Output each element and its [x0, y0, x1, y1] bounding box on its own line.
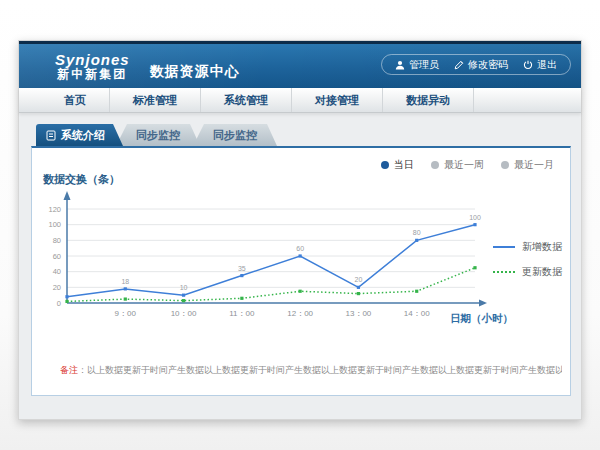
change-password-button[interactable]: 修改密码	[454, 58, 508, 72]
radio-dot-icon	[431, 161, 439, 169]
nav-item-5[interactable]: 数据异动	[383, 88, 474, 112]
logout-button[interactable]: 退出	[523, 58, 557, 72]
legend-item-1[interactable]: 新增数据	[493, 240, 562, 254]
svg-text:13：00: 13：00	[346, 309, 372, 318]
footnote: 备注：以上数据更新于时间产生数据以上数据更新于时间产生数据以上数据更新于时间产生…	[60, 364, 562, 377]
tab-label: 同步监控	[136, 129, 180, 141]
line-chart: 0204060801001209：0010：0011：0012：0013：001…	[32, 186, 572, 334]
edit-icon	[454, 60, 464, 70]
main-nav: 首页标准管理系统管理对接管理数据异动	[19, 88, 581, 113]
svg-text:40: 40	[53, 267, 61, 276]
user-toolbar: 管理员 修改密码 退出	[381, 54, 571, 75]
page-title: 数据资源中心	[150, 63, 240, 81]
nav-item-1[interactable]: 首页	[41, 88, 110, 112]
radio-dot-icon	[501, 161, 509, 169]
tab-3[interactable]: 同步监控	[193, 124, 277, 146]
period-radio-3[interactable]: 最近一月	[501, 158, 554, 172]
change-password-label: 修改密码	[468, 58, 508, 72]
legend-label: 新增数据	[522, 240, 562, 254]
tab-bar: 系统介绍同步监控同步监控	[36, 124, 277, 146]
content-panel: 当日最近一周最近一月 数据交换（条） 0204060801001209：0010…	[31, 146, 571, 396]
svg-text:35: 35	[238, 265, 246, 272]
brand-logo-text: Synjones	[55, 52, 130, 68]
user-icon	[395, 60, 405, 70]
current-user-label: 管理员	[409, 58, 439, 72]
svg-text:100: 100	[48, 220, 61, 229]
power-icon	[523, 60, 533, 70]
app-window: Synjones 新中新集团 数据资源中心 管理员 修改密码 退出	[18, 40, 582, 420]
svg-text:0: 0	[57, 299, 61, 308]
nav-item-2[interactable]: 标准管理	[110, 88, 201, 112]
svg-text:20: 20	[53, 283, 61, 292]
svg-text:12：00: 12：00	[287, 309, 313, 318]
app-header: Synjones 新中新集团 数据资源中心 管理员 修改密码 退出	[19, 41, 581, 88]
brand-logo: Synjones 新中新集团	[55, 52, 130, 80]
period-radio-2[interactable]: 最近一周	[431, 158, 484, 172]
svg-text:10: 10	[180, 284, 188, 291]
period-filter-group: 当日最近一周最近一月	[381, 158, 554, 172]
nav-item-3[interactable]: 系统管理	[201, 88, 292, 112]
svg-text:日期（小时）: 日期（小时）	[450, 312, 513, 325]
brand-company-name: 新中新集团	[55, 68, 130, 81]
svg-text:80: 80	[53, 236, 61, 245]
tab-label: 同步监控	[213, 129, 257, 141]
tab-1[interactable]: 系统介绍	[36, 124, 123, 146]
period-radio-label: 最近一周	[444, 158, 484, 172]
tab-2[interactable]: 同步监控	[116, 124, 200, 146]
radio-dot-icon	[381, 161, 389, 169]
document-icon	[46, 130, 56, 141]
period-radio-1[interactable]: 当日	[381, 158, 414, 172]
svg-text:10：00: 10：00	[171, 309, 197, 318]
legend-item-2[interactable]: 更新数据	[493, 265, 562, 279]
legend-line-sample	[493, 246, 515, 248]
logout-label: 退出	[537, 58, 557, 72]
svg-text:60: 60	[53, 252, 61, 261]
legend-line-sample	[493, 271, 515, 273]
svg-text:120: 120	[48, 205, 61, 214]
footnote-text: ：以上数据更新于时间产生数据以上数据更新于时间产生数据以上数据更新于时间产生数据…	[78, 365, 562, 375]
chart-y-axis-title: 数据交换（条）	[43, 172, 120, 187]
tab-label: 系统介绍	[61, 124, 105, 146]
svg-text:14：00: 14：00	[404, 309, 430, 318]
svg-text:80: 80	[413, 229, 421, 236]
current-user-button[interactable]: 管理员	[395, 58, 439, 72]
period-radio-label: 当日	[394, 158, 414, 172]
legend-label: 更新数据	[522, 265, 562, 279]
period-radio-label: 最近一月	[514, 158, 554, 172]
footnote-prefix: 备注	[60, 365, 78, 375]
svg-text:18: 18	[121, 278, 129, 285]
svg-text:20: 20	[355, 276, 363, 283]
chart-legend: 新增数据更新数据	[493, 240, 562, 279]
svg-text:9：00: 9：00	[115, 309, 137, 318]
svg-text:60: 60	[296, 245, 304, 252]
svg-text:100: 100	[469, 214, 481, 221]
nav-item-4[interactable]: 对接管理	[292, 88, 383, 112]
svg-text:11：00: 11：00	[229, 309, 255, 318]
